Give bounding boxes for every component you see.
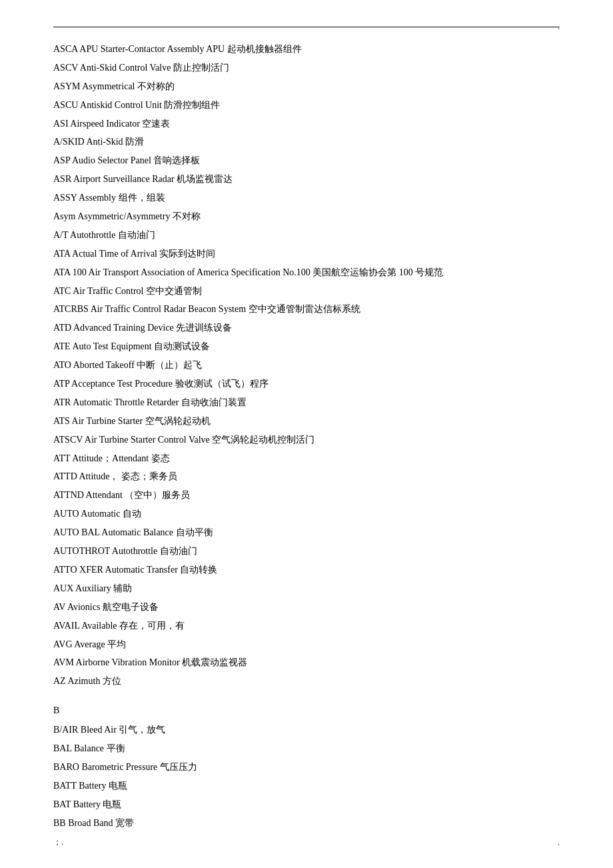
footer-right: . [558, 838, 560, 848]
entries-section-a: ASCA APU Starter-Contactor Assembly APU … [53, 41, 560, 690]
list-item: ASCA APU Starter-Contactor Assembly APU … [53, 41, 560, 58]
list-item: BAT Battery 电瓶 [53, 796, 560, 813]
list-item: AVM Airborne Vibration Monitor 机载震动监视器 [53, 654, 560, 671]
list-item: ATTD Attitude， 姿态；乘务员 [53, 468, 560, 485]
list-item: ASR Airport Surveillance Radar 机场监视雷达 [53, 171, 560, 188]
list-item: BARO Barometric Pressure 气压压力 [53, 759, 560, 776]
list-item: BAL Balance 平衡 [53, 740, 560, 757]
list-item: AUTO Automatic 自动 [53, 505, 560, 523]
list-item: BATT Battery 电瓶 [53, 777, 560, 795]
list-item: Asym Asymmetric/Asymmetry 不对称 [53, 208, 560, 225]
list-item: ASSY Assembly 组件，组装 [53, 189, 560, 207]
list-item: AV Avionics 航空电子设备 [53, 599, 560, 616]
main-content: ASCA APU Starter-Contactor Assembly APU … [53, 41, 560, 832]
list-item: AUTO BAL Automatic Balance 自动平衡 [53, 524, 560, 541]
list-item: AUX Auxiliary 辅助 [53, 580, 560, 597]
list-item: ATC Air Traffic Control 空中交通管制 [53, 283, 560, 300]
list-item: ATCRBS Air Traffic Control Radar Beacon … [53, 301, 560, 318]
list-item: A/SKID Anti-Skid 防滑 [53, 133, 560, 151]
top-border-dot: . [558, 22, 560, 32]
list-item: ASCV Anti-Skid Control Valve 防止控制活门 [53, 59, 560, 77]
list-item: BB Broad Band 宽带 [53, 815, 560, 832]
list-item: AVAIL Available 存在，可用，有 [53, 617, 560, 635]
list-item: ATSCV Air Turbine Starter Control Valve … [53, 431, 560, 449]
list-item: AZ Azimuth 方位 [53, 673, 560, 690]
list-item: ASCU Antiskid Control Unit 防滑控制组件 [53, 97, 560, 114]
list-item: A/T Autothrottle 自动油门 [53, 227, 560, 244]
list-item: ATTND Attendant （空中）服务员 [53, 487, 560, 504]
list-item: ATA Actual Time of Arrival 实际到达时间 [53, 245, 560, 263]
list-item: B/AIR Bleed Air 引气，放气 [53, 721, 560, 739]
list-item: ATS Air Turbine Starter 空气涡轮起动机 [53, 413, 560, 430]
list-item: ASYM Asymmetrical 不对称的 [53, 78, 560, 95]
list-item: AUTOTHROT Autothrottle 自动油门 [53, 543, 560, 560]
list-item: ATA 100 Air Transport Association of Ame… [53, 264, 560, 281]
list-item: ATD Advanced Training Device 先进训练设备 [53, 319, 560, 337]
list-item: ATT Attitude；Attendant 姿态 [53, 450, 560, 467]
list-item: ATR Automatic Throttle Retarder 自动收油门装置 [53, 394, 560, 411]
list-item: ASI Airspeed Indicator 空速表 [53, 115, 560, 133]
section-b: BB/AIR Bleed Air 引气，放气BAL Balance 平衡BARO… [53, 702, 560, 832]
list-item: ASP Audio Selector Panel 音响选择板 [53, 152, 560, 169]
list-item: AVG Average 平均 [53, 636, 560, 653]
section-b-header: B [53, 702, 560, 719]
list-item: ATP Acceptance Test Procedure 验收测试（试飞）程序 [53, 375, 560, 393]
list-item: ATE Auto Test Equipment 自动测试设备 [53, 338, 560, 355]
list-item: ATTO XFER Automatic Transfer 自动转换 [53, 561, 560, 579]
top-border: . [53, 27, 560, 27]
footer-left: ；. [53, 837, 63, 848]
list-item: ATO Aborted Takeoff 中断（止）起飞 [53, 357, 560, 374]
